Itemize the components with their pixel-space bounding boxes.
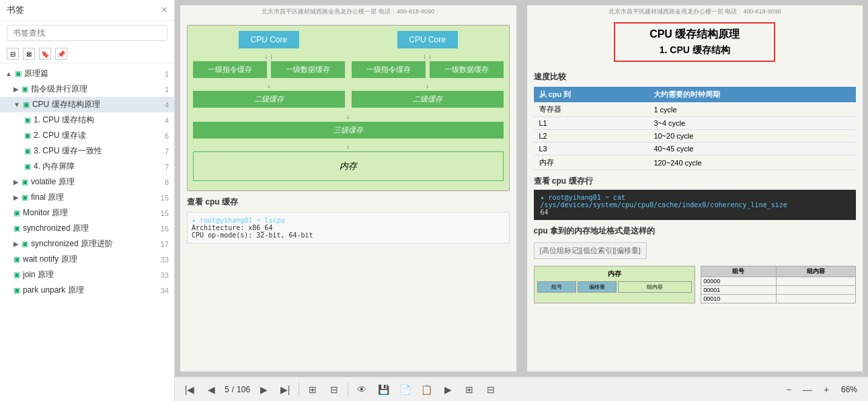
expand-icon: ▲ <box>5 70 12 77</box>
zoom-slider[interactable]: ― <box>799 381 816 398</box>
sidebar-item-3-cpu-consistency[interactable]: ▣ 3. CPU 缓存一致性 7 <box>0 143 174 159</box>
nav-last-button[interactable]: ▶| <box>277 381 293 398</box>
l1-inst-right: 一级指令缓存 <box>352 61 426 78</box>
arrow2: ↓ <box>193 82 345 89</box>
item-icon: ▣ <box>24 116 31 124</box>
play-button[interactable]: ▶ <box>440 381 456 398</box>
item-label: synchronized 原理 <box>23 223 89 234</box>
item-icon: ▣ <box>22 178 28 186</box>
mini-row-1-addr: 00000 <box>701 277 776 286</box>
sidebar: 书签 × ⊟ ⊠ 🔖 📌 ▲ ▣ 原理篇 1 ▶ ▣ 指令级并行原理 <box>0 0 175 401</box>
eye-button[interactable]: 👁 <box>354 381 370 398</box>
l2-left: 二级缓存 <box>193 91 345 108</box>
page-num: 7 <box>165 163 169 171</box>
item-icon: ▣ <box>22 193 28 202</box>
item-label: CPU 缓存结构原理 <box>32 99 100 110</box>
sidebar-item-synchronized[interactable]: ▣ synchronized 原理 16 <box>0 221 174 236</box>
bookmark-icon-4[interactable]: 📌 <box>55 48 67 60</box>
page-num: 1 <box>165 85 169 94</box>
item-icon: ▣ <box>24 131 31 140</box>
right-content: 速度比较 从 cpu 到 大约需要的时钟周期 寄存器1 cycleL13~4 c… <box>527 66 863 310</box>
nav-next-button[interactable]: ▶ <box>255 381 272 398</box>
item-label: 1. CPU 缓存结构 <box>34 114 94 126</box>
nav-prev-button[interactable]: ◀ <box>203 381 219 398</box>
sidebar-item-volatile[interactable]: ▶ ▣ volatile 原理 8 <box>0 174 174 190</box>
sidebar-item-final[interactable]: ▶ ▣ final 原理 15 <box>0 190 174 205</box>
item-label: park unpark 原理 <box>23 285 84 296</box>
item-label: wait notify 原理 <box>23 254 77 265</box>
mini-row-3-addr: 00010 <box>701 295 776 303</box>
speed-table: 从 cpu 到 大约需要的时钟周期 寄存器1 cycleL13~4 cycleL… <box>534 87 857 170</box>
item-icon: ▣ <box>24 162 31 171</box>
add-page-button-2[interactable]: ⊟ <box>326 381 342 398</box>
separator-2 <box>348 383 348 396</box>
bookmark-icon-3[interactable]: 🔖 <box>39 48 51 60</box>
sidebar-item-join[interactable]: ▣ join 原理 33 <box>0 267 174 283</box>
sidebar-item-monitor[interactable]: ▣ Monitor 原理 15 <box>0 205 174 221</box>
page-num: 1 <box>165 70 169 78</box>
mini-box-3: 组内容 <box>618 281 692 293</box>
item-icon: ▣ <box>24 147 31 155</box>
sidebar-close-button[interactable]: × <box>161 4 167 16</box>
page-num: 7 <box>165 147 169 155</box>
right-page-title-box: CPU 缓存结构原理 1. CPU 缓存结构 <box>614 22 775 62</box>
bookmark-icon-2[interactable]: ⊠ <box>23 48 35 60</box>
speed-col-2: 大约需要的时钟周期 <box>648 87 856 102</box>
mini-mem-boxes: 组号 偏移量 组内容 <box>537 281 693 293</box>
mini-col-content: 组内容 <box>776 266 855 277</box>
arrow6: ↓ <box>193 143 504 150</box>
add-page-button[interactable]: ⊞ <box>305 381 321 398</box>
sidebar-header: 书签 × <box>0 0 174 21</box>
cmd-line-2: Architecture: x86_64 <box>192 224 505 231</box>
bookmark-icon-1[interactable]: ⊟ <box>7 48 19 60</box>
arrow4: ↓ <box>352 82 504 89</box>
layout-button-1[interactable]: ⊞ <box>461 381 477 398</box>
sidebar-item-synchronized-advanced[interactable]: ▶ ▣ synchronized 原理进阶 17 <box>0 236 174 252</box>
sidebar-item-yuanlipian[interactable]: ▲ ▣ 原理篇 1 <box>0 66 174 81</box>
item-label: final 原理 <box>31 192 64 203</box>
sidebar-item-zhilingjibingxing[interactable]: ▶ ▣ 指令级并行原理 1 <box>0 81 174 97</box>
doc-button-2[interactable]: 📋 <box>418 381 434 398</box>
page-num: 4 <box>165 101 169 109</box>
mini-row-1-content <box>776 277 855 286</box>
sidebar-item-cpu-cache[interactable]: ▼ ▣ CPU 缓存结构原理 4 <box>0 97 174 112</box>
right-page-subtitle: 1. CPU 缓存结构 <box>619 44 770 57</box>
sidebar-item-park-unpark[interactable]: ▣ park unpark 原理 34 <box>0 283 174 298</box>
cpu-diagram: CPU Core ↓ ↓ 一级指令缓存 一级数据缓存 ↓ 二级缓存 <box>187 25 510 191</box>
item-label: 4. 内存屏障 <box>34 161 75 172</box>
sidebar-item-4-memory-barrier[interactable]: ▣ 4. 内存屏障 7 <box>0 159 174 174</box>
zoom-value: 66% <box>837 385 861 394</box>
expand-icon: ▶ <box>13 194 19 201</box>
right-cpu-core: CPU Core <box>397 31 458 48</box>
mini-addr-table: 组号 组内容 00000 00001 00010 <box>701 266 856 303</box>
sidebar-item-wait-notify[interactable]: ▣ wait notify 原理 33 <box>0 252 174 267</box>
cpu-cmd-box: ✦ root@yihang01 ~ lscpu Architecture: x8… <box>187 212 510 244</box>
speed-table-cell: L2 <box>534 130 649 143</box>
page-num: 4 <box>165 116 169 124</box>
save-button[interactable]: 💾 <box>375 381 391 398</box>
nav-first-button[interactable]: |◀ <box>182 381 198 398</box>
layout-button-2[interactable]: ⊟ <box>483 381 499 398</box>
expand-icon: ▶ <box>13 85 19 93</box>
cmd-line-3: CPU op-mode(s): 32-bit, 64-bit <box>192 231 505 239</box>
main-content: 北京市昌平区建材城西路金燕龙办公楼一层 电话：400-618-9090 CPU … <box>175 0 868 401</box>
page-num: 8 <box>165 178 169 186</box>
sidebar-item-2-cpu-cache-read[interactable]: ▣ 2. CPU 缓存读 6 <box>0 128 174 143</box>
page-navigation: 5 / 106 <box>225 385 250 394</box>
l1-cache-row-right: 一级指令缓存 一级数据缓存 <box>352 61 504 78</box>
bottom-toolbar: |◀ ◀ 5 / 106 ▶ ▶| ⊞ ⊟ 👁 💾 📄 📋 ▶ ⊞ ⊟ − ― … <box>175 377 868 401</box>
mini-row-3-content <box>776 295 855 303</box>
sidebar-item-1-cpu-cache[interactable]: ▣ 1. CPU 缓存结构 4 <box>0 112 174 128</box>
item-icon: ▣ <box>23 100 30 109</box>
item-icon: ▣ <box>13 270 20 279</box>
zoom-out-button[interactable]: − <box>781 381 797 398</box>
search-input[interactable] <box>7 25 167 41</box>
zoom-in-button[interactable]: + <box>818 381 834 398</box>
doc-button[interactable]: 📄 <box>397 381 413 398</box>
speed-table-cell: L3 <box>534 143 649 155</box>
page-separator: / <box>232 385 234 394</box>
page-total: 106 <box>237 385 250 394</box>
arrow3: ↓ ↓ <box>352 52 504 60</box>
item-icon: ▣ <box>13 286 20 295</box>
speed-table-cell: 内存 <box>534 155 649 170</box>
